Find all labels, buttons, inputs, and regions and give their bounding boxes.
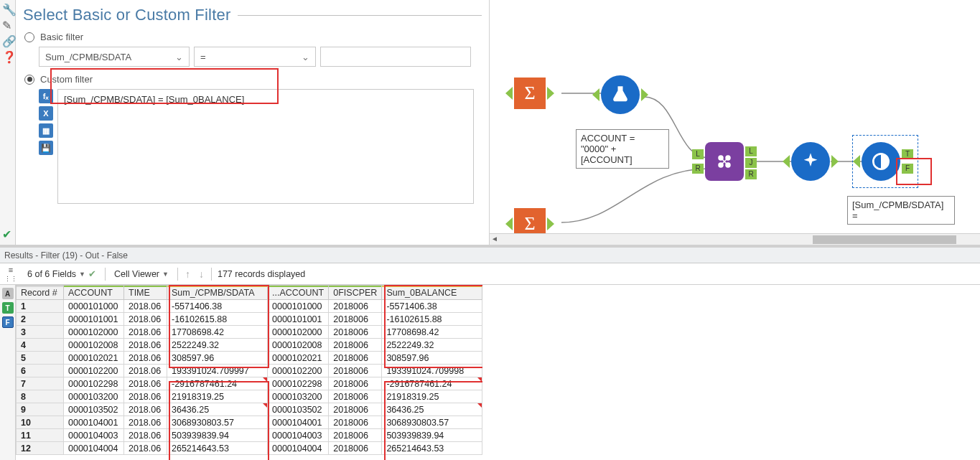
var-x-button[interactable]: X bbox=[39, 106, 53, 121]
join-tool[interactable]: L R L J R bbox=[705, 142, 744, 181]
cell-account2: 0000102008 bbox=[268, 339, 329, 352]
table-row[interactable]: 500001020212018.06308597.960000102021201… bbox=[17, 352, 482, 365]
data-cleanse-tool[interactable] bbox=[791, 142, 830, 181]
expression-editor[interactable]: [Sum_/CPMB/SDATA] = [Sum_0BALANCE] bbox=[57, 89, 474, 204]
cell-account: 0000102298 bbox=[64, 377, 124, 390]
chevron-down-icon: ▼ bbox=[162, 271, 169, 278]
cell-fiscper: 2018006 bbox=[329, 352, 382, 365]
basic-field-select[interactable]: Sum_/CPMB/SDATA ⌄ bbox=[39, 47, 190, 67]
cell-balance: 3068930803.57 bbox=[382, 416, 482, 429]
cell-time: 2018.06 bbox=[124, 390, 167, 403]
basic-operator-select[interactable]: = ⌄ bbox=[194, 47, 316, 67]
custom-filter-radio[interactable] bbox=[24, 75, 34, 85]
scroll-left-icon[interactable]: ◄ bbox=[491, 235, 498, 243]
table-row[interactable]: 400001020082018.062522249.32000010200820… bbox=[17, 339, 482, 352]
col-balance[interactable]: Sum_0BALANCE bbox=[382, 286, 482, 300]
right-input-port[interactable]: R bbox=[692, 164, 704, 174]
input-port[interactable] bbox=[505, 87, 513, 100]
true-output-port[interactable]: T bbox=[902, 149, 913, 159]
table-row[interactable]: 700001022982018.06-2916787461.2400001022… bbox=[17, 377, 482, 390]
table-row[interactable]: 600001022002018.06193391024.709997000010… bbox=[17, 365, 482, 377]
input-port[interactable] bbox=[783, 155, 790, 168]
filter-tool[interactable]: T F bbox=[862, 142, 900, 181]
filter-config-panel: Select Basic or Custom Filter Basic filt… bbox=[16, 0, 490, 245]
dots-icon[interactable]: ⋮⋮ bbox=[4, 276, 17, 283]
help-icon[interactable]: ❓ bbox=[2, 50, 14, 62]
sigma-icon: Σ bbox=[514, 78, 546, 109]
basic-value-input[interactable] bbox=[320, 47, 471, 67]
table-row[interactable]: 800001032002018.0621918319.2500001032002… bbox=[17, 390, 482, 403]
false-output-port[interactable]: F bbox=[902, 164, 913, 174]
col-fiscper[interactable]: 0FISCPER bbox=[329, 286, 382, 300]
apply-check-icon[interactable]: ✔ bbox=[2, 227, 14, 239]
sparkle-icon bbox=[791, 142, 830, 181]
canvas-horizontal-scrollbar[interactable]: ◄ bbox=[490, 233, 980, 245]
custom-filter-radio-row[interactable]: Custom filter bbox=[24, 74, 482, 85]
cell-fiscper: 2018006 bbox=[329, 300, 382, 313]
cell-account: 0000102000 bbox=[64, 326, 124, 339]
wand-icon[interactable]: ✎ bbox=[2, 19, 14, 30]
chevron-down-icon: ⌄ bbox=[175, 52, 183, 62]
wrench-icon[interactable]: 🔧 bbox=[2, 3, 14, 14]
row-number: 10 bbox=[17, 416, 64, 429]
cell-sdata: 3068930803.57 bbox=[167, 416, 268, 429]
output-port[interactable] bbox=[547, 217, 554, 230]
input-port[interactable] bbox=[592, 88, 599, 101]
output-port[interactable] bbox=[831, 155, 839, 168]
cell-viewer-dropdown[interactable]: Cell Viewer ▼ bbox=[111, 268, 172, 281]
input-port[interactable] bbox=[505, 217, 513, 230]
fields-dropdown[interactable]: 6 of 6 Fields ▼ ✔ bbox=[24, 267, 99, 281]
table-row[interactable]: 1100001040032018.06503939839.94000010400… bbox=[17, 429, 482, 442]
expression-text: [Sum_/CPMB/SDATA] = [Sum_0BALANCE] bbox=[64, 94, 244, 105]
table-row[interactable]: 1200001040042018.06265214643.53000010400… bbox=[17, 442, 482, 455]
all-icon[interactable]: A bbox=[2, 288, 14, 299]
basic-filter-radio-row[interactable]: Basic filter bbox=[24, 32, 482, 42]
input-port[interactable] bbox=[853, 155, 860, 168]
cell-account2: 0000104003 bbox=[268, 429, 329, 442]
table-row[interactable]: 900001035022018.0636436.2500001035022018… bbox=[17, 403, 482, 416]
list-icon[interactable]: ≡ bbox=[9, 266, 13, 274]
col-account[interactable]: ACCOUNT bbox=[64, 286, 124, 300]
r-output-port[interactable]: R bbox=[745, 169, 757, 179]
table-row[interactable]: 200001010012018.06-16102615.880000101001… bbox=[17, 313, 482, 326]
table-row[interactable]: 100001010002018.06-5571406.3800001010002… bbox=[17, 300, 482, 313]
chevron-down-icon: ▼ bbox=[79, 271, 85, 278]
table-header-row: Record # ACCOUNT TIME Sum_/CPMB/SDATA ..… bbox=[17, 286, 482, 300]
folder-button[interactable]: ▦ bbox=[39, 123, 53, 138]
col-record[interactable]: Record # bbox=[17, 286, 64, 300]
link-icon[interactable]: 🔗 bbox=[2, 34, 14, 46]
fx-button[interactable]: fₓ bbox=[39, 89, 53, 103]
sort-asc-button[interactable]: ↑ bbox=[184, 268, 192, 280]
table-row[interactable]: 1000001040012018.063068930803.5700001040… bbox=[17, 416, 482, 429]
col-account2[interactable]: ...ACCOUNT bbox=[268, 286, 329, 300]
save-button[interactable]: 💾 bbox=[39, 141, 53, 155]
true-anchor-icon[interactable]: T bbox=[2, 302, 14, 314]
cell-balance: 265214643.53 bbox=[382, 442, 482, 455]
false-anchor-icon[interactable]: F bbox=[2, 316, 14, 328]
summarize-tool[interactable]: Σ bbox=[514, 78, 546, 109]
cell-account2: 0000104004 bbox=[268, 442, 329, 455]
cell-time: 2018.06 bbox=[124, 416, 167, 429]
cell-balance: 36436.25 bbox=[382, 403, 482, 416]
flask-icon bbox=[601, 75, 640, 114]
cell-account2: 0000101001 bbox=[268, 313, 329, 326]
col-time[interactable]: TIME bbox=[124, 286, 167, 300]
results-table: Record # ACCOUNT TIME Sum_/CPMB/SDATA ..… bbox=[16, 285, 482, 455]
output-port[interactable] bbox=[641, 88, 648, 101]
basic-filter-radio[interactable] bbox=[24, 32, 34, 42]
cell-balance: 193391024.709998 bbox=[382, 365, 482, 377]
formula-tool[interactable] bbox=[601, 75, 640, 114]
workflow-canvas[interactable]: Σ ACCOUNT = "0000" + [ACCOUNT] bbox=[490, 0, 980, 245]
scrollbar-thumb[interactable] bbox=[813, 235, 956, 244]
left-input-port[interactable]: L bbox=[692, 149, 704, 159]
custom-filter-label: Custom filter bbox=[40, 74, 93, 85]
table-row[interactable]: 300001020002018.0617708698.4200001020002… bbox=[17, 326, 482, 339]
j-output-port[interactable]: J bbox=[745, 158, 757, 168]
cell-sdata: -16102615.88 bbox=[167, 313, 268, 326]
l-output-port[interactable]: L bbox=[745, 146, 757, 156]
row-number: 4 bbox=[17, 339, 64, 352]
sort-desc-button[interactable]: ↓ bbox=[197, 268, 205, 280]
output-port[interactable] bbox=[547, 87, 554, 100]
row-number: 8 bbox=[17, 390, 64, 403]
col-sdata[interactable]: Sum_/CPMB/SDATA bbox=[167, 286, 268, 300]
